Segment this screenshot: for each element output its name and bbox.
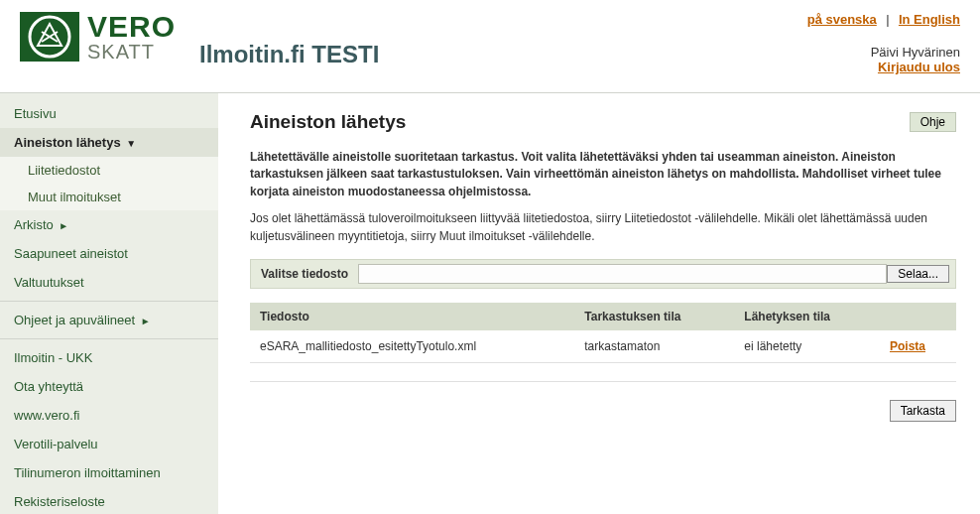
file-input[interactable] bbox=[358, 264, 887, 284]
language-links: på svenska | In English bbox=[807, 12, 960, 27]
file-table: Tiedosto Tarkastuksen tila Lähetyksen ti… bbox=[250, 303, 956, 363]
col-header-check: Tarkastuksen tila bbox=[574, 303, 734, 330]
sidebar-item-ota-yhteytta[interactable]: Ota yhteyttä bbox=[0, 372, 218, 401]
logo: VERO SKATT bbox=[20, 12, 176, 62]
sidebar-item-saapuneet[interactable]: Saapuneet aineistot bbox=[0, 239, 218, 268]
cell-send-status: ei lähetetty bbox=[734, 330, 880, 363]
sidebar-separator bbox=[0, 301, 218, 302]
col-header-send: Lähetyksen tila bbox=[734, 303, 880, 330]
user-name: Päivi Hyvärinen bbox=[807, 45, 960, 60]
intro-paragraph-bold: Lähetettävälle aineistolle suoritetaan t… bbox=[250, 149, 956, 200]
sidebar-item-ukk[interactable]: Ilmoitin - UKK bbox=[0, 343, 218, 372]
logout-link[interactable]: Kirjaudu ulos bbox=[878, 60, 960, 74]
site-title: Ilmoitin.fi TESTI bbox=[199, 41, 379, 68]
chevron-right-icon: ► bbox=[59, 220, 68, 231]
sidebar-item-arkisto[interactable]: Arkisto ► bbox=[0, 210, 218, 239]
sidebar-item-tilinumero[interactable]: Tilinumeron ilmoittaminen bbox=[0, 458, 218, 487]
cell-check-status: tarkastamaton bbox=[574, 330, 734, 363]
intro-paragraph-plain: Jos olet lähettämässä tuloveroilmoitukse… bbox=[250, 210, 956, 245]
file-select-row: Valitse tiedosto Selaa... bbox=[250, 259, 956, 289]
sidebar-item-verofi[interactable]: www.vero.fi bbox=[0, 401, 218, 430]
lang-sv-link[interactable]: på svenska bbox=[807, 12, 877, 27]
main-content: Aineiston lähetys Ohje Lähetettävälle ai… bbox=[218, 93, 980, 514]
sidebar-item-etusivu[interactable]: Etusivu bbox=[0, 99, 218, 128]
sidebar: Etusivu Aineiston lähetys ▼ Liitetiedost… bbox=[0, 93, 218, 514]
lang-en-link[interactable]: In English bbox=[899, 12, 960, 27]
sidebar-item-verotili[interactable]: Verotili-palvelu bbox=[0, 430, 218, 458]
check-button[interactable]: Tarkasta bbox=[890, 400, 956, 422]
browse-button[interactable]: Selaa... bbox=[887, 265, 949, 283]
sidebar-item-rekisteriseloste[interactable]: Rekisteriseloste bbox=[0, 487, 218, 514]
page-title: Aineiston lähetys bbox=[250, 111, 406, 133]
sidebar-item-aineiston-lahetys[interactable]: Aineiston lähetys ▼ bbox=[0, 128, 218, 157]
sidebar-item-valtuutukset[interactable]: Valtuutukset bbox=[0, 268, 218, 297]
sidebar-item-muut-ilmoitukset[interactable]: Muut ilmoitukset bbox=[0, 184, 218, 210]
header: VERO SKATT Ilmoitin.fi TESTI på svenska … bbox=[0, 0, 980, 93]
file-select-label: Valitse tiedosto bbox=[251, 261, 358, 287]
remove-link[interactable]: Poista bbox=[890, 339, 925, 353]
chevron-right-icon: ► bbox=[141, 316, 151, 326]
divider bbox=[250, 381, 956, 382]
logo-text-vero: VERO bbox=[87, 12, 176, 42]
sidebar-separator bbox=[0, 338, 218, 339]
lang-separator: | bbox=[886, 12, 889, 27]
sidebar-item-liitetiedostot[interactable]: Liitetiedostot bbox=[0, 157, 218, 184]
help-button[interactable]: Ohje bbox=[910, 112, 956, 132]
cell-filename: eSARA_mallitiedosto_esitettyTyotulo.xml bbox=[250, 330, 574, 363]
sidebar-item-ohjeet[interactable]: Ohjeet ja apuvälineet ► bbox=[0, 306, 218, 334]
col-header-action bbox=[880, 303, 956, 330]
logo-text-skatt: SKATT bbox=[87, 42, 176, 62]
table-row: eSARA_mallitiedosto_esitettyTyotulo.xml … bbox=[250, 330, 956, 363]
vero-logo-icon bbox=[20, 12, 79, 62]
chevron-down-icon: ▼ bbox=[126, 138, 136, 149]
col-header-file: Tiedosto bbox=[250, 303, 574, 330]
